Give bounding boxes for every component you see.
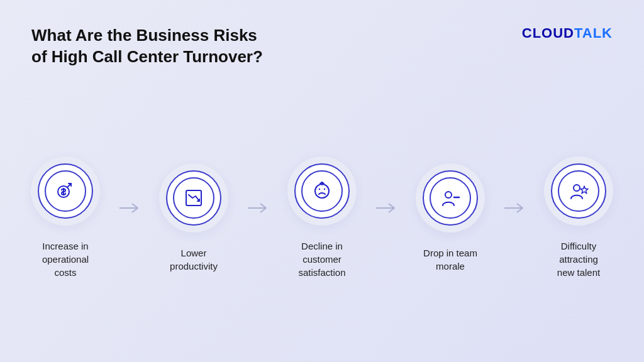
dollar-up-icon xyxy=(55,181,75,201)
arrow-right-icon-1 xyxy=(118,202,141,214)
svg-point-7 xyxy=(319,189,320,190)
icon-outer-5 xyxy=(544,156,613,226)
icon-outer-4 xyxy=(416,163,485,233)
icon-middle-1 xyxy=(38,163,93,219)
svg-rect-4 xyxy=(186,190,201,206)
svg-point-6 xyxy=(315,184,329,198)
icon-middle-2 xyxy=(166,170,221,226)
person-minus-icon xyxy=(440,188,460,208)
chart-down-icon xyxy=(184,188,204,208)
icon-inner-3 xyxy=(301,170,343,212)
arrow-right-icon-4 xyxy=(503,202,526,214)
svg-point-11 xyxy=(445,192,452,198)
items-row: Increase inoperationalcosts xyxy=(31,99,613,337)
logo-talk-text: TALK xyxy=(574,25,613,41)
page-title: What Are the Business Risks of High Call… xyxy=(31,25,263,68)
icon-inner-4 xyxy=(430,177,471,219)
item-label-3: Decline incustomersatisfaction xyxy=(298,239,345,279)
icon-outer-1 xyxy=(31,156,100,226)
arrow-right-icon-3 xyxy=(375,202,397,214)
svg-point-8 xyxy=(324,189,325,190)
svg-point-14 xyxy=(574,185,580,191)
arrow-3 xyxy=(372,202,400,234)
icon-outer-2 xyxy=(159,163,228,233)
header: What Are the Business Risks of High Call… xyxy=(31,25,613,68)
icon-inner-1 xyxy=(45,170,86,212)
arrow-1 xyxy=(116,202,143,234)
item-label-4: Drop in teammorale xyxy=(423,246,477,273)
icon-middle-3 xyxy=(294,163,350,219)
icon-outer-3 xyxy=(287,156,357,226)
item-drop-morale: Drop in teammorale xyxy=(400,163,501,273)
svg-marker-15 xyxy=(580,186,588,194)
icon-middle-4 xyxy=(423,170,478,226)
page: What Are the Business Risks of High Call… xyxy=(0,0,644,362)
icon-middle-5 xyxy=(551,163,606,219)
item-label-1: Increase inoperationalcosts xyxy=(42,239,89,279)
arrow-4 xyxy=(501,202,528,234)
item-label-2: Lowerproductivity xyxy=(170,246,218,273)
logo-cloud-text: CLOUD xyxy=(522,25,574,41)
person-star-icon xyxy=(569,181,589,201)
item-label-5: Difficultyattractingnew talent xyxy=(557,239,600,279)
face-sad-icon xyxy=(312,181,332,201)
item-lower-productivity: Lowerproductivity xyxy=(143,163,244,273)
icon-inner-5 xyxy=(558,170,599,212)
arrow-2 xyxy=(244,202,272,234)
arrow-right-icon-2 xyxy=(247,202,269,214)
logo: CLOUDTALK xyxy=(522,25,613,41)
item-increase-costs: Increase inoperationalcosts xyxy=(15,156,116,279)
item-decline-satisfaction: Decline incustomersatisfaction xyxy=(272,156,372,279)
item-attract-talent: Difficultyattractingnew talent xyxy=(528,156,629,279)
icon-inner-2 xyxy=(173,177,214,219)
